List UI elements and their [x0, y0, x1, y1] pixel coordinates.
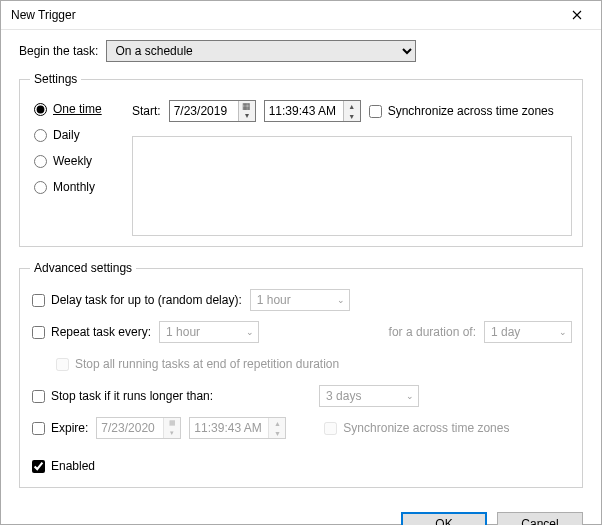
- stop-if-longer-input[interactable]: [32, 390, 45, 403]
- radio-monthly-label: Monthly: [53, 180, 95, 194]
- expire-sync-tz-input: [324, 422, 337, 435]
- delay-input[interactable]: [32, 294, 45, 307]
- close-button[interactable]: [554, 1, 599, 29]
- chevron-down-icon: ▼: [344, 111, 360, 121]
- begin-task-label: Begin the task:: [19, 44, 98, 58]
- repeat-checkbox[interactable]: Repeat task every:: [32, 325, 151, 339]
- expire-time-picker: 11:39:43 AM ▲ ▼: [189, 417, 286, 439]
- start-date-picker[interactable]: [169, 100, 256, 122]
- expire-sync-tz-checkbox: Synchronize across time zones: [324, 421, 509, 435]
- radio-daily-input[interactable]: [34, 129, 47, 142]
- stop-at-end-label: Stop all running tasks at end of repetit…: [75, 357, 339, 371]
- advanced-legend: Advanced settings: [30, 261, 136, 275]
- cancel-button[interactable]: Cancel: [497, 512, 583, 525]
- radio-monthly[interactable]: Monthly: [34, 180, 118, 194]
- expire-time-spinner: ▲ ▼: [268, 418, 285, 438]
- chevron-up-icon: ▲: [269, 418, 285, 428]
- begin-task-select[interactable]: On a schedule: [106, 40, 416, 62]
- titlebar: New Trigger: [1, 1, 601, 30]
- close-icon: [572, 10, 582, 20]
- sync-tz-label: Synchronize across time zones: [388, 104, 554, 118]
- enabled-input[interactable]: [32, 460, 45, 473]
- dialog-footer: OK Cancel: [1, 502, 601, 525]
- repeat-interval-select: 1 hour ⌄: [159, 321, 259, 343]
- stop-at-end-checkbox: Stop all running tasks at end of repetit…: [56, 357, 339, 371]
- stop-if-longer-select: 3 days ⌄: [319, 385, 419, 407]
- repeat-duration-label: for a duration of:: [389, 325, 476, 339]
- chevron-down-icon: [239, 111, 255, 121]
- radio-weekly-input[interactable]: [34, 155, 47, 168]
- chevron-down-icon: ▼: [269, 428, 285, 438]
- stop-at-end-input: [56, 358, 69, 371]
- delay-label: Delay task for up to (random delay):: [51, 293, 242, 307]
- chevron-up-icon: ▲: [344, 101, 360, 111]
- delay-checkbox[interactable]: Delay task for up to (random delay):: [32, 293, 242, 307]
- start-label: Start:: [132, 104, 161, 118]
- start-time-spinner[interactable]: ▲ ▼: [343, 101, 360, 121]
- radio-one-time-label: One time: [53, 102, 102, 116]
- start-area: Start: ▲ ▼: [132, 96, 572, 236]
- ok-button[interactable]: OK: [401, 512, 487, 525]
- settings-group: Settings One time Daily Weekly: [19, 72, 583, 247]
- calendar-icon: ▦: [164, 418, 180, 428]
- start-time-input[interactable]: [265, 101, 343, 121]
- dialog-body: Begin the task: On a schedule Settings O…: [1, 30, 601, 502]
- stop-if-longer-label: Stop task if it runs longer than:: [51, 389, 213, 403]
- delay-duration-select: 1 hour ⌄: [250, 289, 350, 311]
- advanced-settings-group: Advanced settings Delay task for up to (…: [19, 261, 583, 488]
- new-trigger-dialog: New Trigger Begin the task: On a schedul…: [0, 0, 602, 525]
- sync-tz-checkbox[interactable]: Synchronize across time zones: [369, 104, 554, 118]
- expire-sync-tz-label: Synchronize across time zones: [343, 421, 509, 435]
- expire-input[interactable]: [32, 422, 45, 435]
- chevron-down-icon: ⌄: [559, 327, 567, 337]
- start-time-picker[interactable]: ▲ ▼: [264, 100, 361, 122]
- radio-daily[interactable]: Daily: [34, 128, 118, 142]
- start-date-calendar-button[interactable]: [238, 101, 255, 121]
- start-date-input[interactable]: [170, 101, 238, 121]
- repeat-label: Repeat task every:: [51, 325, 151, 339]
- settings-legend: Settings: [30, 72, 81, 86]
- chevron-down-icon: ⌄: [337, 295, 345, 305]
- repeat-input[interactable]: [32, 326, 45, 339]
- expire-date-button: ▦ ▾: [163, 418, 180, 438]
- radio-one-time-input[interactable]: [34, 103, 47, 116]
- frequency-options: One time Daily Weekly Monthly: [30, 96, 118, 236]
- calendar-icon: [239, 101, 255, 111]
- enabled-label: Enabled: [51, 459, 95, 473]
- chevron-down-icon: ⌄: [406, 391, 414, 401]
- expire-checkbox[interactable]: Expire:: [32, 421, 88, 435]
- radio-weekly[interactable]: Weekly: [34, 154, 118, 168]
- window-title: New Trigger: [11, 8, 554, 22]
- chevron-down-icon: ⌄: [246, 327, 254, 337]
- radio-weekly-label: Weekly: [53, 154, 92, 168]
- repeat-duration-select: 1 day ⌄: [484, 321, 572, 343]
- chevron-down-icon: ▾: [164, 428, 180, 438]
- schedule-detail-panel: [132, 136, 572, 236]
- enabled-checkbox[interactable]: Enabled: [32, 459, 95, 473]
- radio-one-time[interactable]: One time: [34, 102, 118, 116]
- radio-monthly-input[interactable]: [34, 181, 47, 194]
- expire-date-picker: 7/23/2020 ▦ ▾: [96, 417, 181, 439]
- stop-if-longer-checkbox[interactable]: Stop task if it runs longer than:: [32, 389, 213, 403]
- radio-daily-label: Daily: [53, 128, 80, 142]
- expire-label: Expire:: [51, 421, 88, 435]
- sync-tz-input[interactable]: [369, 105, 382, 118]
